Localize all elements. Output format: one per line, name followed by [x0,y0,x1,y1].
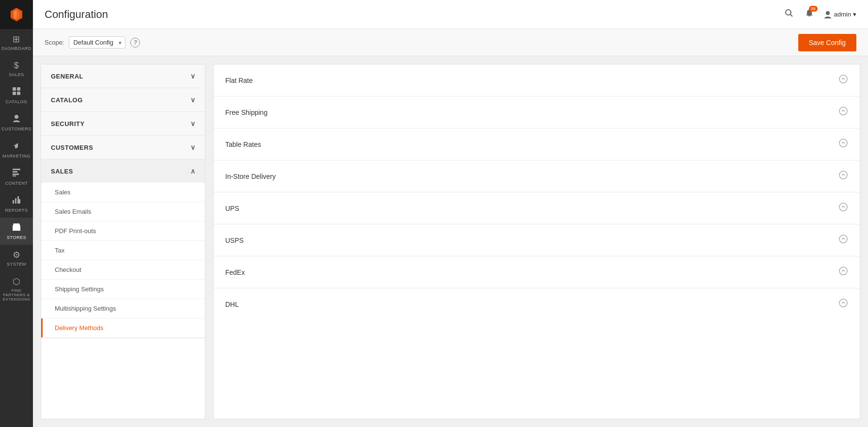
notifications-button[interactable]: 39 [803,7,816,22]
menu-item-sales[interactable]: Sales [41,183,205,202]
menu-section-catalog: CATALOG ∨ [41,88,205,112]
collapse-icon [838,298,848,310]
menu-item-pdf-print-outs[interactable]: PDF Print-outs [41,221,205,241]
scope-select-wrapper[interactable]: Default Config [69,36,125,48]
collapse-icon [838,74,848,86]
content-area: GENERAL ∨ CATALOG ∨ SECURITY ∨ [33,56,868,427]
scope-select[interactable]: Default Config [69,36,125,48]
delivery-item-label: FedEx [225,269,245,276]
sidebar-item-system[interactable]: ⚙ SYSTEM [0,245,33,271]
menu-section-header-general[interactable]: GENERAL ∨ [41,64,205,88]
svg-point-26 [839,203,847,211]
sales-icon: $ [14,61,19,71]
magento-logo-icon [9,7,24,22]
svg-rect-13 [13,200,14,204]
page-title: Configuration [45,8,108,21]
sidebar-item-stores[interactable]: STORES [0,218,33,245]
svg-rect-11 [13,174,19,175]
menu-item-checkout[interactable]: Checkout [41,260,205,280]
scope-group: Scope: Default Config ? [45,36,140,48]
menu-section-header-sales[interactable]: SALES ∧ [41,159,205,183]
svg-rect-4 [17,87,20,91]
sidebar-item-marketing[interactable]: MARKETING [0,136,33,163]
menu-section-header-security[interactable]: SECURITY ∨ [41,112,205,135]
search-button[interactable] [783,7,795,22]
menu-section-header-catalog[interactable]: CATALOG ∨ [41,88,205,111]
svg-point-19 [786,10,791,15]
main-content: Configuration 39 admin [33,0,868,427]
svg-rect-18 [15,227,17,231]
delivery-item-usps[interactable]: USPS [214,224,860,256]
sidebar-item-content[interactable]: CONTENT [0,163,33,190]
svg-point-27 [839,235,847,243]
topbar: Configuration 39 admin [33,0,868,29]
chevron-down-icon: ∨ [190,72,196,80]
admin-label: admin [834,11,851,18]
menu-section-label: CUSTOMERS [51,144,93,151]
menu-item-sales-emails[interactable]: Sales Emails [41,202,205,221]
svg-rect-16 [19,199,20,204]
svg-rect-5 [13,92,16,95]
admin-menu-button[interactable]: admin ▾ [823,10,856,19]
delivery-item-dhl[interactable]: DHL [214,288,860,320]
search-icon [785,9,793,17]
collapse-icon [838,234,848,246]
sidebar-item-label: MARKETING [2,154,31,158]
chevron-down-icon: ∨ [190,120,196,127]
sidebar-item-label: CONTENT [5,181,28,186]
collapse-icon [838,202,848,214]
svg-rect-12 [13,175,16,176]
chevron-up-icon: ∧ [190,167,196,175]
sidebar-item-reports[interactable]: REPORTS [0,190,33,218]
sidebar-item-catalog[interactable]: CATALOG [0,82,33,109]
svg-point-29 [839,299,847,307]
sidebar-item-label: SALES [9,72,24,77]
svg-rect-8 [15,146,17,148]
svg-line-20 [790,15,792,17]
menu-item-shipping-settings[interactable]: Shipping Settings [41,280,205,299]
svg-rect-14 [15,198,16,204]
menu-item-delivery-methods[interactable]: Delivery Methods [41,318,205,338]
delivery-item-fedex[interactable]: FedEx [214,256,860,288]
menu-section-sales: SALES ∧ Sales Sales Emails PDF Print-out… [41,159,205,338]
sidebar-item-sales[interactable]: $ SALES [0,56,33,82]
sidebar-item-label: FIND PARTNERS & EXTENSIONS [2,288,31,301]
sidebar-item-find-partners[interactable]: ⬡ FIND PARTNERS & EXTENSIONS [0,271,33,306]
content-icon [12,168,21,179]
menu-item-tax[interactable]: Tax [41,241,205,260]
chevron-down-icon: ∨ [190,143,196,151]
svg-point-28 [839,267,847,275]
menu-section-customers: CUSTOMERS ∨ [41,136,205,159]
topbar-right: 39 admin ▾ [783,7,856,22]
sidebar-item-label: SYSTEM [7,262,26,267]
customers-icon [12,114,21,125]
collapse-icon [838,138,848,150]
right-panel: Flat Rate Free Shipping Table Rates In-S… [213,64,860,419]
svg-point-25 [839,171,847,179]
delivery-item-label: In-Store Delivery [225,173,276,180]
svg-rect-3 [13,87,16,91]
delivery-item-free-shipping[interactable]: Free Shipping [214,96,860,128]
delivery-item-table-rates[interactable]: Table Rates [214,128,860,160]
save-config-button[interactable]: Save Config [798,34,856,51]
delivery-item-label: DHL [225,300,239,308]
collapse-icon [838,170,848,182]
sidebar: ⊞ DASHBOARD $ SALES CATALOG CUSTOMERS MA… [0,0,33,427]
delivery-item-in-store[interactable]: In-Store Delivery [214,160,860,192]
menu-item-multishipping-settings[interactable]: Multishipping Settings [41,299,205,318]
sidebar-item-customers[interactable]: CUSTOMERS [0,109,33,136]
notification-badge: 39 [809,6,818,12]
menu-section-label: SALES [51,168,73,175]
menu-section-header-customers[interactable]: CUSTOMERS ∨ [41,136,205,159]
menu-section-label: GENERAL [51,73,83,80]
help-icon[interactable]: ? [130,38,140,47]
sidebar-item-dashboard[interactable]: ⊞ DASHBOARD [0,29,33,56]
delivery-item-label: USPS [225,237,244,244]
sidebar-item-label: DASHBOARD [1,46,31,51]
scope-label: Scope: [45,39,64,46]
admin-dropdown-arrow: ▾ [853,11,856,18]
delivery-item-flat-rate[interactable]: Flat Rate [214,64,860,96]
delivery-item-ups[interactable]: UPS [214,192,860,224]
delivery-item-label: UPS [225,205,239,212]
catalog-icon [12,87,21,98]
